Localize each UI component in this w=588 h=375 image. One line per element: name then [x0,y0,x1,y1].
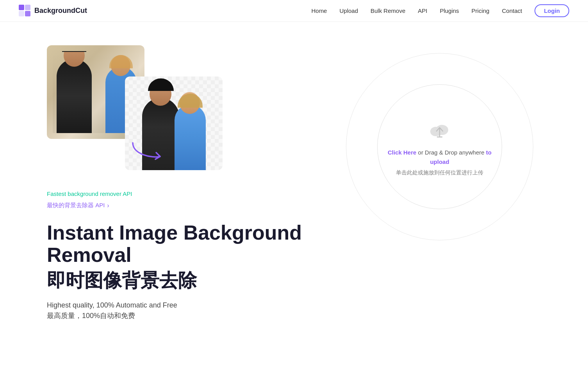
api-link-zh[interactable]: 最快的背景去除器 API › [47,202,312,209]
after-person-2 [175,105,206,170]
upload-text: Click Here or Drag & Drop anywhere to up… [378,148,502,177]
after-hair-1 [148,78,174,91]
nav-api[interactable]: API [418,7,427,14]
nav-bulk-remove[interactable]: Bulk Remove [371,7,405,14]
upload-click-label[interactable]: Click Here [388,149,416,156]
upload-chinese-text: 单击此处或施放到任何位置进行上传 [378,168,502,177]
headline-zh: 即时图像背景去除 [47,269,312,292]
chevron-right-icon: › [107,202,109,209]
nav-home[interactable]: Home [311,7,327,14]
image-showcase [47,45,242,178]
navbar: BackgroundCut Home Upload Bulk Remove AP… [0,0,588,22]
upload-cloud-icon [427,117,452,142]
nav-plugins[interactable]: Plugins [440,7,459,14]
svg-rect-3 [25,11,30,16]
upload-dropzone[interactable]: Click Here or Drag & Drop anywhere to up… [377,84,502,209]
subtext-zh: 最高质量，100%自动和免费 [47,311,312,320]
headline-en: Instant Image Background Removal [47,222,312,266]
svg-rect-0 [19,5,24,10]
hair-1 [62,51,86,52]
svg-rect-1 [25,5,30,10]
nav-upload[interactable]: Upload [339,7,358,14]
nav-contact[interactable]: Contact [502,7,522,14]
upload-outer-ring: Click Here or Drag & Drop anywhere to up… [346,53,533,240]
upload-middle-text: or Drag & Drop anywhere [416,149,486,156]
logo-icon [19,5,31,17]
login-button[interactable]: Login [535,4,569,17]
logo-link[interactable]: BackgroundCut [19,5,87,17]
api-link-en[interactable]: Fastest background remover API [47,190,132,197]
api-link-zh-text: 最快的背景去除器 API [47,202,105,209]
after-hair-2 [178,94,203,108]
nav-links: Home Upload Bulk Remove API Plugins Pric… [311,4,569,17]
arrow-icon [129,135,168,166]
hair-2 [109,55,133,68]
subtext-en: Highest quality, 100% Automatic and Free [47,301,312,309]
logo-text: BackgroundCut [34,7,87,15]
nav-pricing[interactable]: Pricing [472,7,490,14]
person-silhouette-1 [57,59,92,133]
hero-left: Fastest background remover API 最快的背景去除器 … [47,45,312,320]
head-1 [64,51,85,67]
upload-section: Click Here or Drag & Drop anywhere to up… [338,45,541,240]
svg-rect-2 [19,11,24,16]
main-content: Fastest background remover API 最快的背景去除器 … [0,22,588,336]
